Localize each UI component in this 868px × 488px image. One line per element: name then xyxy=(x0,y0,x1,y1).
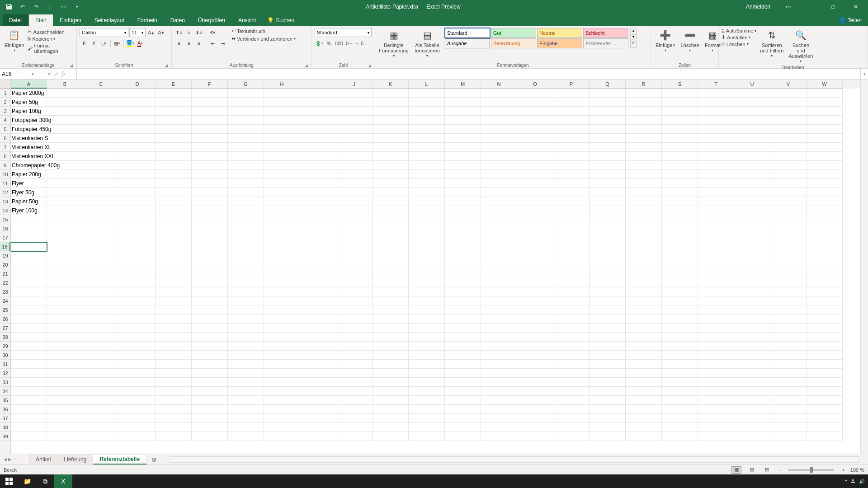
row-header[interactable]: 16 xyxy=(0,224,10,233)
cell[interactable] xyxy=(192,378,228,387)
cell[interactable] xyxy=(119,134,156,143)
cell[interactable] xyxy=(481,423,517,432)
excel-taskbar-icon[interactable]: X xyxy=(54,474,72,488)
cell[interactable] xyxy=(698,107,734,116)
cell[interactable] xyxy=(228,215,264,224)
cell[interactable] xyxy=(336,305,373,314)
cell[interactable] xyxy=(119,278,156,287)
start-button[interactable] xyxy=(0,474,18,488)
cell[interactable] xyxy=(517,125,553,134)
cell[interactable] xyxy=(807,179,843,188)
cell[interactable] xyxy=(590,305,626,314)
cell[interactable] xyxy=(409,161,445,170)
cell[interactable] xyxy=(662,423,698,432)
font-size-select[interactable]: 11▾ xyxy=(129,28,146,37)
cell[interactable] xyxy=(409,324,445,333)
cell[interactable] xyxy=(83,423,119,432)
cell[interactable] xyxy=(807,314,843,324)
row-header[interactable]: 15 xyxy=(0,215,10,224)
cell[interactable] xyxy=(373,107,409,116)
cell[interactable] xyxy=(409,170,445,179)
cell[interactable] xyxy=(119,387,156,396)
cell[interactable] xyxy=(445,161,481,170)
cell[interactable] xyxy=(300,351,336,360)
cell[interactable] xyxy=(300,405,336,414)
cell[interactable] xyxy=(734,387,770,396)
cell[interactable] xyxy=(300,197,336,206)
cell[interactable] xyxy=(11,333,47,342)
cell[interactable] xyxy=(517,224,553,233)
cell[interactable] xyxy=(553,260,590,269)
cell[interactable] xyxy=(336,333,373,342)
cell[interactable] xyxy=(481,134,517,143)
cell[interactable] xyxy=(734,296,770,305)
cell[interactable] xyxy=(481,342,517,351)
cell[interactable] xyxy=(698,206,734,215)
cell[interactable] xyxy=(264,378,300,387)
cell[interactable] xyxy=(807,324,843,333)
cell[interactable] xyxy=(517,134,553,143)
cell[interactable] xyxy=(445,107,481,116)
cell[interactable] xyxy=(264,215,300,224)
cell[interactable] xyxy=(553,432,590,441)
cell[interactable] xyxy=(373,242,409,251)
cell[interactable] xyxy=(553,423,590,432)
cell[interactable] xyxy=(336,224,373,233)
cell[interactable] xyxy=(807,125,843,134)
column-header[interactable]: V xyxy=(770,80,807,89)
tab-einfuegen[interactable]: Einfügen xyxy=(53,14,87,26)
cell[interactable] xyxy=(481,233,517,242)
cell[interactable] xyxy=(770,170,807,179)
cell[interactable] xyxy=(300,278,336,287)
cell[interactable] xyxy=(156,387,192,396)
view-normal-icon[interactable]: ▦ xyxy=(731,466,741,474)
wrap-text-button[interactable]: ↩Textumbruch xyxy=(231,28,296,34)
cell[interactable] xyxy=(156,197,192,206)
cell[interactable] xyxy=(228,269,264,278)
cell[interactable] xyxy=(698,188,734,197)
cell[interactable] xyxy=(481,98,517,107)
cell[interactable] xyxy=(83,152,119,161)
cell[interactable] xyxy=(698,152,734,161)
cell[interactable] xyxy=(156,143,192,152)
cell[interactable] xyxy=(300,251,336,260)
cell[interactable] xyxy=(662,107,698,116)
zoom-level[interactable]: 100 % xyxy=(850,467,864,473)
cell[interactable] xyxy=(373,333,409,342)
cell[interactable] xyxy=(481,405,517,414)
cell[interactable] xyxy=(228,423,264,432)
cell[interactable] xyxy=(553,296,590,305)
cell[interactable] xyxy=(662,152,698,161)
cell[interactable] xyxy=(409,396,445,405)
cell[interactable] xyxy=(409,143,445,152)
number-format-select[interactable]: Standard▾ xyxy=(315,28,372,37)
cell[interactable] xyxy=(11,414,47,423)
cell[interactable] xyxy=(373,260,409,269)
sheet-nav-prev-icon[interactable]: ◀ xyxy=(4,457,7,462)
cell[interactable] xyxy=(11,242,47,251)
cell[interactable] xyxy=(517,360,553,369)
cell[interactable] xyxy=(228,387,264,396)
row-header[interactable]: 22 xyxy=(0,278,10,287)
cell[interactable] xyxy=(734,314,770,324)
cell[interactable] xyxy=(626,134,662,143)
cell[interactable] xyxy=(807,206,843,215)
cell[interactable] xyxy=(590,215,626,224)
cell[interactable] xyxy=(770,351,807,360)
cell[interactable] xyxy=(590,432,626,441)
cut-button[interactable]: ✂Ausschneiden xyxy=(28,29,74,35)
tab-daten[interactable]: Daten xyxy=(164,14,191,26)
cell[interactable] xyxy=(734,143,770,152)
close-icon[interactable]: ✕ xyxy=(845,0,866,14)
row-header[interactable]: 28 xyxy=(0,333,10,342)
cell[interactable] xyxy=(590,296,626,305)
sign-in-link[interactable]: Anmelden xyxy=(741,4,776,10)
cell[interactable] xyxy=(807,143,843,152)
cell[interactable] xyxy=(807,296,843,305)
clipboard-launcher-icon[interactable]: ◢ xyxy=(70,63,73,68)
cell[interactable] xyxy=(192,98,228,107)
add-sheet-button[interactable]: ⊕ xyxy=(149,455,160,464)
cell[interactable] xyxy=(11,423,47,432)
cell[interactable] xyxy=(264,143,300,152)
cell[interactable] xyxy=(47,188,83,197)
